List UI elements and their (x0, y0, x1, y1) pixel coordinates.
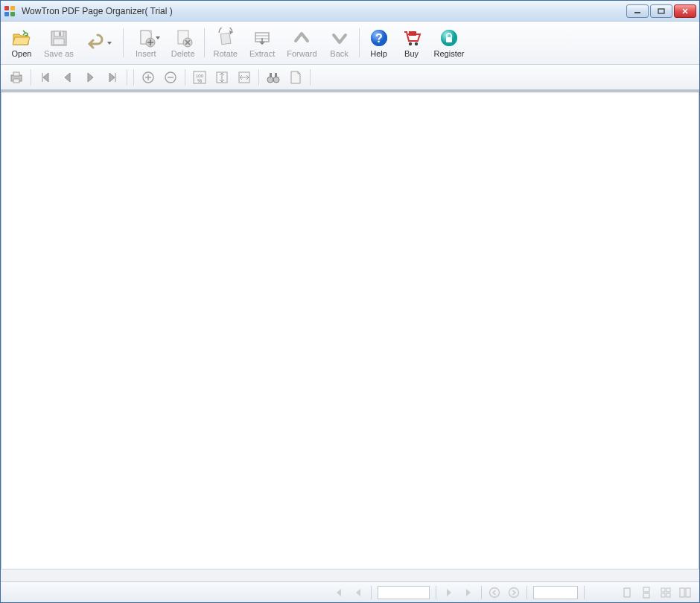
maximize-button[interactable] (650, 4, 672, 18)
zoom-in-icon (141, 71, 155, 84)
insert-button[interactable]: Insert (127, 24, 165, 62)
svg-rect-8 (59, 32, 61, 36)
layout-facing-continuous-button[interactable] (656, 584, 675, 601)
svg-point-19 (408, 42, 411, 45)
first-page-button[interactable] (34, 68, 57, 87)
last-icon (462, 587, 474, 599)
page-view-button[interactable] (284, 68, 307, 87)
fit-width-button[interactable] (233, 68, 255, 87)
app-icon (4, 5, 16, 17)
toolbar-separator (359, 28, 360, 57)
svg-rect-48 (680, 588, 684, 597)
sub-separator (31, 69, 31, 86)
svg-rect-38 (275, 73, 277, 77)
svg-rect-1 (10, 6, 15, 10)
zoom-out-button[interactable] (159, 68, 182, 87)
circle-left-icon (489, 587, 500, 599)
first-icon (39, 71, 52, 84)
scrollbar-track[interactable] (1, 570, 699, 581)
sub-separator (133, 69, 134, 86)
next-icon (443, 587, 455, 599)
page-number-input[interactable] (378, 586, 430, 599)
svg-rect-37 (270, 73, 272, 77)
zoom-100-button[interactable]: 100% (188, 68, 211, 87)
folder-open-icon (11, 28, 32, 48)
save-as-button[interactable]: Save as (38, 24, 80, 62)
main-toolbar: Open Save as (1, 22, 699, 65)
status-first-button[interactable] (329, 584, 349, 601)
sub-separator (310, 69, 311, 86)
undo-button[interactable] (80, 24, 120, 62)
minimize-button[interactable] (626, 4, 649, 18)
app-window: WowTron PDF Page Organizer( Trial ) (0, 0, 700, 603)
svg-rect-4 (634, 12, 640, 13)
svg-rect-21 (409, 31, 416, 36)
fit-page-button[interactable] (211, 68, 233, 87)
document-viewport[interactable] (1, 92, 699, 569)
titlebar: WowTron PDF Page Organizer( Trial ) (1, 1, 699, 22)
status-separator (526, 586, 527, 599)
print-icon (9, 70, 24, 85)
svg-rect-27 (13, 79, 19, 83)
svg-rect-49 (686, 588, 690, 597)
svg-rect-5 (658, 9, 664, 13)
last-page-button[interactable] (101, 68, 124, 87)
svg-rect-43 (643, 593, 649, 598)
chevron-up-icon (291, 28, 312, 48)
rotate-button[interactable]: Rotate (208, 24, 244, 62)
horizontal-scrollbar[interactable] (1, 569, 699, 581)
layout-continuous-button[interactable] (637, 584, 656, 601)
svg-rect-9 (54, 39, 64, 45)
status-nav-back-button[interactable] (485, 584, 504, 601)
next-page-button[interactable] (79, 68, 101, 87)
delete-page-icon (173, 28, 194, 48)
rotate-label: Rotate (214, 49, 238, 58)
next-icon (83, 71, 97, 84)
prev-page-button[interactable] (57, 68, 79, 87)
register-label: Register (434, 49, 465, 58)
layout-single-button[interactable] (617, 584, 637, 601)
rotate-icon (215, 28, 236, 48)
delete-label: Delete (171, 49, 195, 58)
lock-icon (439, 28, 459, 48)
status-prev-button[interactable] (349, 584, 368, 601)
insert-page-icon (136, 28, 156, 48)
toolbar-separator (204, 28, 205, 57)
status-next-button[interactable] (439, 584, 459, 601)
open-label: Open (12, 49, 32, 58)
svg-rect-0 (4, 6, 9, 10)
binoculars-icon (266, 70, 281, 85)
help-icon: ? (369, 28, 389, 48)
status-nav-fwd-button[interactable] (504, 584, 524, 601)
svg-rect-24 (446, 37, 452, 42)
zoom-level-input[interactable] (533, 586, 578, 599)
status-separator (436, 586, 436, 599)
svg-rect-47 (666, 593, 670, 597)
zoom-out-icon (164, 71, 177, 84)
svg-text:%: % (197, 78, 202, 83)
extract-button[interactable]: Extract (244, 24, 281, 62)
zoom-percent-icon: 100% (192, 70, 207, 85)
forward-button[interactable]: Forward (281, 24, 322, 62)
dropdown-arrow-icon (106, 40, 114, 46)
register-button[interactable]: Register (428, 24, 471, 62)
svg-point-35 (267, 77, 273, 83)
svg-text:?: ? (375, 32, 383, 45)
status-last-button[interactable] (459, 584, 478, 601)
open-button[interactable]: Open (5, 24, 38, 62)
back-button[interactable]: Back (323, 24, 356, 62)
print-button[interactable] (5, 68, 28, 87)
svg-rect-14 (220, 33, 231, 45)
find-button[interactable] (262, 68, 284, 87)
forward-label: Forward (287, 49, 316, 58)
delete-button[interactable]: Delete (165, 24, 201, 62)
layout-facing-button[interactable] (675, 584, 695, 601)
svg-point-20 (414, 42, 417, 45)
svg-point-39 (490, 587, 500, 597)
close-button[interactable] (674, 4, 696, 18)
buy-button[interactable]: Buy (395, 24, 428, 62)
help-button[interactable]: ? Help (363, 24, 395, 62)
zoom-in-button[interactable] (137, 68, 159, 87)
first-icon (333, 587, 345, 599)
status-separator (481, 586, 482, 599)
